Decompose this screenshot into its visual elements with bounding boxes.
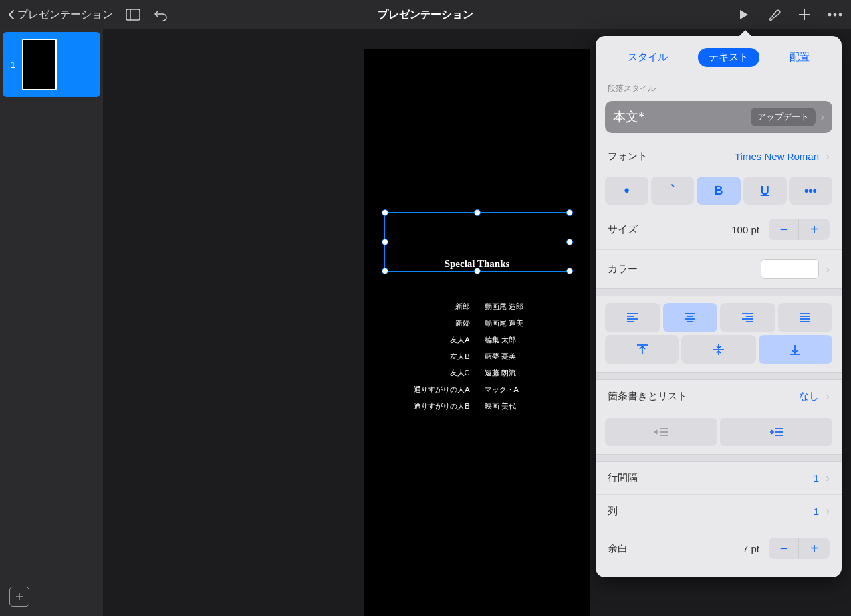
paragraph-style-name: 本文* [613, 108, 751, 126]
special-thanks-text[interactable]: Special Thanks [364, 258, 590, 270]
update-button[interactable]: アップデート [751, 108, 816, 126]
credit-role: 通りすがりの人B [404, 401, 470, 411]
add-icon[interactable] [796, 7, 812, 23]
back-button[interactable]: プレゼンテーション [8, 8, 113, 22]
chevron-right-icon: › [826, 471, 830, 485]
outdent-button[interactable] [605, 418, 717, 446]
paragraph-style-label: 段落スタイル [596, 80, 842, 97]
size-row: サイズ 100 pt − + [596, 209, 842, 249]
align-justify-button[interactable] [778, 303, 833, 332]
more-icon[interactable] [827, 7, 843, 23]
chevron-right-icon: › [826, 389, 830, 403]
line-spacing-row[interactable]: 行間隔 1 › [596, 462, 842, 494]
dot-style-button[interactable]: • [605, 177, 648, 205]
columns-value: 1 [814, 506, 819, 517]
svg-rect-0 [126, 9, 140, 20]
font-value: Times New Roman [735, 151, 819, 162]
credit-row: 通りすがりの人B映画 美代 [364, 401, 590, 411]
credit-role: 友人A [404, 335, 470, 345]
margin-label: 余白 [608, 542, 743, 555]
line-spacing-value: 1 [814, 472, 819, 484]
valign-top-button[interactable] [605, 335, 679, 364]
slide-sidebar: 1 ··· [0, 29, 103, 616]
size-stepper: − + [769, 219, 830, 240]
valign-middle-button[interactable] [681, 335, 755, 364]
align-center-button[interactable] [663, 303, 718, 332]
add-slide-button[interactable] [9, 587, 29, 607]
margin-value: 7 pt [743, 543, 759, 554]
bullets-label: 箇条書きとリスト [608, 390, 799, 403]
format-brush-icon[interactable] [766, 7, 782, 23]
resize-handle[interactable] [566, 239, 573, 245]
color-label: カラー [608, 263, 761, 276]
credit-name: 映画 美代 [485, 401, 551, 411]
inspector-tabs: スタイル テキスト 配置 [596, 45, 842, 76]
margin-decrement[interactable]: − [769, 538, 799, 559]
valign-bottom-button[interactable] [759, 335, 832, 364]
underline-button[interactable]: U [743, 177, 787, 205]
credit-role: 新婦 [404, 318, 470, 328]
line-spacing-label: 行間隔 [608, 472, 814, 484]
bullets-value: なし [799, 390, 819, 403]
chevron-right-icon: › [826, 262, 830, 276]
margin-increment[interactable]: + [799, 538, 830, 559]
font-row[interactable]: フォント Times New Roman › [596, 140, 842, 173]
resize-handle[interactable] [474, 209, 481, 216]
divider [596, 288, 842, 296]
format-inspector: スタイル テキスト 配置 段落スタイル 本文* アップデート › フォント Ti… [596, 36, 842, 577]
color-well[interactable] [761, 259, 819, 279]
credit-name: 動画尾 造郎 [485, 302, 551, 312]
size-label: サイズ [608, 223, 731, 236]
columns-row[interactable]: 列 1 › [596, 494, 842, 528]
divider [596, 372, 842, 380]
margin-row: 余白 7 pt − + [596, 528, 842, 568]
font-label: フォント [608, 150, 735, 163]
resize-handle[interactable] [566, 209, 573, 216]
margin-stepper: − + [769, 538, 830, 559]
columns-label: 列 [608, 505, 814, 518]
document-title: プレゼンテーション [287, 8, 565, 22]
align-left-button[interactable] [605, 303, 660, 332]
color-row[interactable]: カラー › [596, 249, 842, 288]
align-right-button[interactable] [720, 303, 775, 332]
credit-row: 新婦動画尾 造美 [364, 318, 590, 328]
bold-button[interactable]: B [697, 177, 740, 205]
slide-number: 1 [11, 60, 15, 70]
play-icon[interactable] [735, 7, 751, 23]
credit-role: 友人B [404, 352, 470, 361]
tab-style[interactable]: スタイル [617, 48, 678, 67]
credits-list[interactable]: 新郎動画尾 造郎新婦動画尾 造美友人A編集 太郎友人B藍夢 憂美友人C遠藤 朗流… [364, 302, 590, 418]
chevron-right-icon: › [821, 111, 824, 123]
undo-icon[interactable] [153, 7, 169, 23]
more-styles-button[interactable]: ••• [789, 177, 832, 205]
credit-role: 通りすがりの人A [404, 385, 470, 395]
credit-name: 動画尾 造美 [485, 318, 551, 328]
svg-point-6 [839, 13, 842, 16]
slide-thumbnail[interactable]: 1 ··· [3, 32, 100, 97]
credit-row: 友人A編集 太郎 [364, 335, 590, 345]
tab-text[interactable]: テキスト [698, 48, 759, 67]
bullets-row[interactable]: 箇条書きとリスト なし › [596, 380, 842, 413]
view-icon[interactable] [125, 7, 141, 23]
font-style-strip: • ` B U ••• [605, 177, 832, 205]
indent-button[interactable] [720, 418, 832, 446]
credit-row: 友人B藍夢 憂美 [364, 352, 590, 361]
accent-style-button[interactable]: ` [651, 177, 694, 205]
size-decrement[interactable]: − [769, 219, 799, 240]
back-label: プレゼンテーション [17, 8, 113, 22]
resize-handle[interactable] [382, 239, 388, 245]
credit-name: 編集 太郎 [485, 335, 551, 345]
svg-point-5 [834, 13, 836, 16]
credit-name: マック・A [485, 385, 551, 395]
slide[interactable]: Special Thanks 新郎動画尾 造郎新婦動画尾 造美友人A編集 太郎友… [364, 49, 590, 616]
resize-handle[interactable] [382, 209, 388, 216]
tab-arrange[interactable]: 配置 [779, 48, 820, 67]
credit-role: 友人C [404, 368, 470, 378]
credit-name: 遠藤 朗流 [485, 368, 551, 378]
indent-row [605, 418, 832, 446]
credit-row: 新郎動画尾 造郎 [364, 302, 590, 312]
credit-row: 通りすがりの人Aマック・A [364, 385, 590, 395]
size-increment[interactable]: + [799, 219, 830, 240]
svg-point-4 [828, 13, 831, 16]
paragraph-style-row[interactable]: 本文* アップデート › [605, 101, 832, 133]
